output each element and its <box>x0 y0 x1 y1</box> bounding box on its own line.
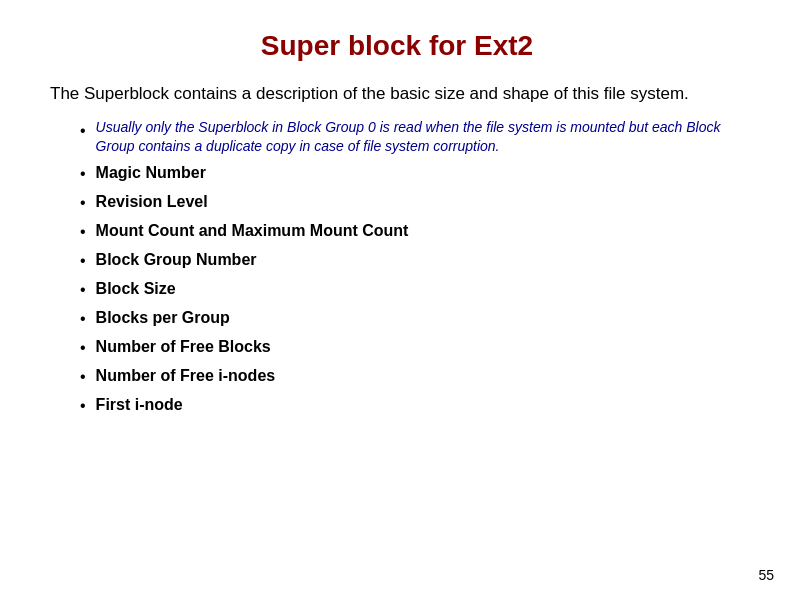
bullet-icon: • <box>80 336 86 360</box>
list-item-magic: • Magic Number <box>80 161 744 186</box>
item-magic-number: Magic Number <box>96 161 206 185</box>
bullet-icon: • <box>80 394 86 418</box>
bullet-icon: • <box>80 220 86 244</box>
list-item-first-inode: • First i-node <box>80 393 744 418</box>
list-item-free-blocks: • Number of Free Blocks <box>80 335 744 360</box>
bullet-icon: • <box>80 307 86 331</box>
bullet-icon: • <box>80 191 86 215</box>
list-item-mount: • Mount Count and Maximum Mount Count <box>80 219 744 244</box>
list-item-note: • Usually only the Superblock in Block G… <box>80 118 744 157</box>
bullet-icon: • <box>80 278 86 302</box>
item-block-size: Block Size <box>96 277 176 301</box>
list-item-block-size: • Block Size <box>80 277 744 302</box>
bullet-icon: • <box>80 162 86 186</box>
item-free-inodes: Number of Free i-nodes <box>96 364 276 388</box>
item-mount-count: Mount Count and Maximum Mount Count <box>96 219 409 243</box>
list-item-blocks-per-group: • Blocks per Group <box>80 306 744 331</box>
list-item-block-group: • Block Group Number <box>80 248 744 273</box>
item-blocks-per-group: Blocks per Group <box>96 306 230 330</box>
list-item-free-inodes: • Number of Free i-nodes <box>80 364 744 389</box>
note-text: Usually only the Superblock in Block Gro… <box>96 118 744 157</box>
item-first-inode: First i-node <box>96 393 183 417</box>
bullet-icon: • <box>80 249 86 273</box>
item-block-group-number: Block Group Number <box>96 248 257 272</box>
intro-text: The Superblock contains a description of… <box>50 84 689 103</box>
page-number: 55 <box>758 567 774 583</box>
intro-paragraph: The Superblock contains a description of… <box>50 82 744 106</box>
bullet-list: • Usually only the Superblock in Block G… <box>50 118 744 418</box>
slide-title: Super block for Ext2 <box>50 30 744 62</box>
item-revision-level: Revision Level <box>96 190 208 214</box>
item-free-blocks: Number of Free Blocks <box>96 335 271 359</box>
list-item-revision: • Revision Level <box>80 190 744 215</box>
bullet-icon: • <box>80 119 86 143</box>
slide: Super block for Ext2 The Superblock cont… <box>0 0 794 595</box>
bullet-icon: • <box>80 365 86 389</box>
